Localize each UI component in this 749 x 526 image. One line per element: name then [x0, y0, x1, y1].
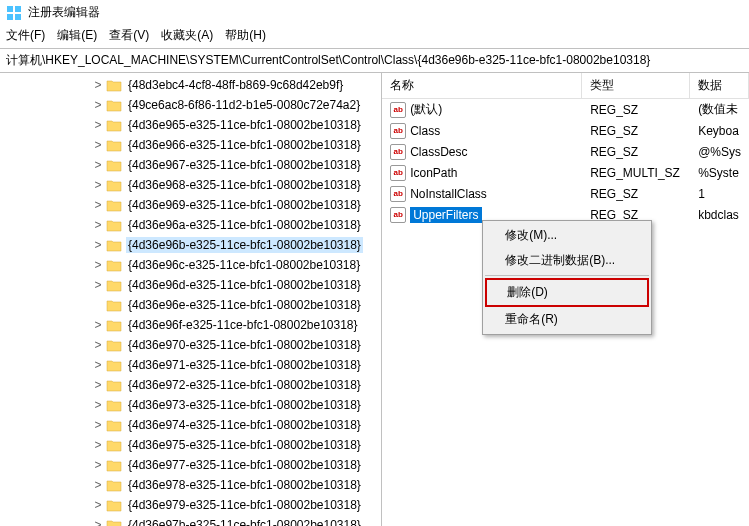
chevron-right-icon[interactable]: > [92, 198, 104, 212]
col-header-data[interactable]: 数据 [690, 73, 749, 98]
chevron-right-icon[interactable]: > [92, 458, 104, 472]
folder-icon [106, 218, 122, 232]
tree-item-label: {4d36e972-e325-11ce-bfc1-08002be10318} [126, 377, 363, 393]
folder-icon [106, 338, 122, 352]
menu-view[interactable]: 查看(V) [109, 27, 149, 44]
chevron-right-icon[interactable]: > [92, 98, 104, 112]
ctx-rename[interactable]: 重命名(R) [485, 307, 649, 332]
value-data: %Syste [690, 165, 749, 181]
menu-help[interactable]: 帮助(H) [225, 27, 266, 44]
ctx-modify[interactable]: 修改(M)... [485, 223, 649, 248]
tree-item[interactable]: >{4d36e975-e325-11ce-bfc1-08002be10318} [0, 435, 381, 455]
tree-item[interactable]: >{4d36e96d-e325-11ce-bfc1-08002be10318} [0, 275, 381, 295]
chevron-right-icon[interactable]: > [92, 498, 104, 512]
tree-pane[interactable]: >{48d3ebc4-4cf8-48ff-b869-9c68d42eb9f}>{… [0, 73, 381, 526]
col-header-type[interactable]: 类型 [582, 73, 690, 98]
tree-item-label: {4d36e96f-e325-11ce-bfc1-08002be10318} [126, 317, 360, 333]
chevron-right-icon[interactable]: > [92, 338, 104, 352]
chevron-right-icon[interactable]: > [92, 358, 104, 372]
tree-item[interactable]: >{4d36e979-e325-11ce-bfc1-08002be10318} [0, 495, 381, 515]
value-type: REG_SZ [582, 186, 690, 202]
chevron-right-icon[interactable]: > [92, 518, 104, 526]
folder-icon [106, 358, 122, 372]
chevron-right-icon[interactable]: > [92, 438, 104, 452]
chevron-right-icon[interactable]: > [92, 218, 104, 232]
value-type: REG_SZ [582, 123, 690, 139]
chevron-right-icon[interactable]: > [92, 238, 104, 252]
menu-favorites[interactable]: 收藏夹(A) [161, 27, 213, 44]
string-value-icon: ab [390, 186, 406, 202]
menu-edit[interactable]: 编辑(E) [57, 27, 97, 44]
tree-item[interactable]: >{4d36e967-e325-11ce-bfc1-08002be10318} [0, 155, 381, 175]
tree-item[interactable]: >{4d36e965-e325-11ce-bfc1-08002be10318} [0, 115, 381, 135]
chevron-right-icon[interactable]: > [92, 78, 104, 92]
chevron-right-icon[interactable]: > [92, 258, 104, 272]
tree-item[interactable]: {4d36e96e-e325-11ce-bfc1-08002be10318} [0, 295, 381, 315]
tree-item[interactable]: >{4d36e971-e325-11ce-bfc1-08002be10318} [0, 355, 381, 375]
folder-icon [106, 258, 122, 272]
value-row[interactable]: abClassREG_SZKeyboa [382, 120, 749, 141]
string-value-icon: ab [390, 207, 406, 223]
tree-item-label: {49ce6ac8-6f86-11d2-b1e5-0080c72e74a2} [126, 97, 362, 113]
tree-item[interactable]: >{4d36e96f-e325-11ce-bfc1-08002be10318} [0, 315, 381, 335]
tree-item-label: {4d36e966-e325-11ce-bfc1-08002be10318} [126, 137, 363, 153]
value-data: kbdclas [690, 207, 749, 223]
value-type: REG_SZ [582, 144, 690, 160]
tree-item[interactable]: >{4d36e969-e325-11ce-bfc1-08002be10318} [0, 195, 381, 215]
tree-item[interactable]: >{4d36e974-e325-11ce-bfc1-08002be10318} [0, 415, 381, 435]
tree-item-label: {4d36e97b-e325-11ce-bfc1-08002be10318} [126, 517, 363, 526]
tree-item[interactable]: >{4d36e978-e325-11ce-bfc1-08002be10318} [0, 475, 381, 495]
value-data: (数值未 [690, 100, 749, 119]
window-title: 注册表编辑器 [28, 4, 100, 21]
tree-item[interactable]: >{49ce6ac8-6f86-11d2-b1e5-0080c72e74a2} [0, 95, 381, 115]
value-row[interactable]: abClassDescREG_SZ@%Sys [382, 141, 749, 162]
string-value-icon: ab [390, 144, 406, 160]
chevron-right-icon[interactable]: > [92, 378, 104, 392]
tree-item[interactable]: >{4d36e966-e325-11ce-bfc1-08002be10318} [0, 135, 381, 155]
value-type: REG_MULTI_SZ [582, 165, 690, 181]
chevron-right-icon[interactable]: > [92, 478, 104, 492]
ctx-modify-binary[interactable]: 修改二进制数据(B)... [485, 248, 649, 273]
tree-item-label: {4d36e974-e325-11ce-bfc1-08002be10318} [126, 417, 363, 433]
string-value-icon: ab [390, 123, 406, 139]
tree-item[interactable]: >{4d36e968-e325-11ce-bfc1-08002be10318} [0, 175, 381, 195]
chevron-right-icon[interactable]: > [92, 418, 104, 432]
folder-icon [106, 498, 122, 512]
folder-icon [106, 278, 122, 292]
folder-icon [106, 438, 122, 452]
tree-item[interactable]: >{4d36e96b-e325-11ce-bfc1-08002be10318} [0, 235, 381, 255]
chevron-right-icon[interactable]: > [92, 118, 104, 132]
tree-item[interactable]: >{4d36e972-e325-11ce-bfc1-08002be10318} [0, 375, 381, 395]
tree-item[interactable]: >{48d3ebc4-4cf8-48ff-b869-9c68d42eb9f} [0, 75, 381, 95]
ctx-delete[interactable]: 删除(D) [485, 278, 649, 307]
tree-item[interactable]: >{4d36e96c-e325-11ce-bfc1-08002be10318} [0, 255, 381, 275]
tree-item-label: {4d36e96d-e325-11ce-bfc1-08002be10318} [126, 277, 363, 293]
value-row[interactable]: ab(默认)REG_SZ(数值未 [382, 99, 749, 120]
tree-item-label: {4d36e967-e325-11ce-bfc1-08002be10318} [126, 157, 363, 173]
chevron-right-icon[interactable]: > [92, 278, 104, 292]
chevron-right-icon[interactable]: > [92, 158, 104, 172]
tree-item[interactable]: >{4d36e97b-e325-11ce-bfc1-08002be10318} [0, 515, 381, 526]
tree-item[interactable]: >{4d36e973-e325-11ce-bfc1-08002be10318} [0, 395, 381, 415]
col-header-name[interactable]: 名称 [382, 73, 582, 98]
tree-item[interactable]: >{4d36e977-e325-11ce-bfc1-08002be10318} [0, 455, 381, 475]
menu-file[interactable]: 文件(F) [6, 27, 45, 44]
chevron-right-icon[interactable]: > [92, 398, 104, 412]
tree-item-label: {4d36e978-e325-11ce-bfc1-08002be10318} [126, 477, 363, 493]
values-pane[interactable]: 名称 类型 数据 ab(默认)REG_SZ(数值未abClassREG_SZKe… [381, 73, 749, 526]
chevron-right-icon[interactable]: > [92, 178, 104, 192]
value-name: (默认) [410, 101, 442, 118]
address-bar[interactable]: 计算机\HKEY_LOCAL_MACHINE\SYSTEM\CurrentCon… [0, 48, 749, 73]
chevron-right-icon[interactable]: > [92, 138, 104, 152]
tree-item-label: {4d36e977-e325-11ce-bfc1-08002be10318} [126, 457, 363, 473]
chevron-right-icon[interactable]: > [92, 318, 104, 332]
tree-item[interactable]: >{4d36e970-e325-11ce-bfc1-08002be10318} [0, 335, 381, 355]
app-icon [6, 5, 22, 21]
value-name: IconPath [410, 166, 457, 180]
tree-item-label: {4d36e973-e325-11ce-bfc1-08002be10318} [126, 397, 363, 413]
tree-item-label: {4d36e969-e325-11ce-bfc1-08002be10318} [126, 197, 363, 213]
value-row[interactable]: abNoInstallClassREG_SZ1 [382, 183, 749, 204]
tree-item[interactable]: >{4d36e96a-e325-11ce-bfc1-08002be10318} [0, 215, 381, 235]
value-name: UpperFilters [410, 207, 481, 223]
value-row[interactable]: abIconPathREG_MULTI_SZ%Syste [382, 162, 749, 183]
